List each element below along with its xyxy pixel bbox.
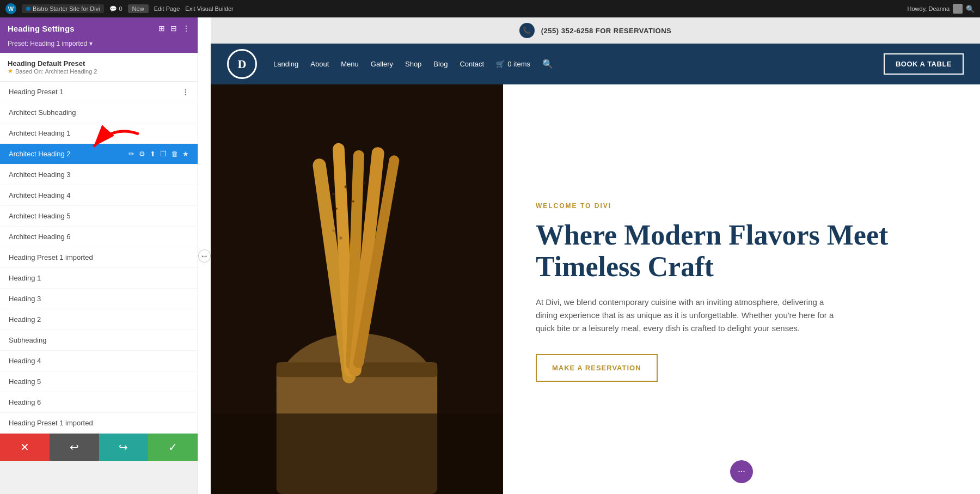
cancel-icon: ✕ [20,441,29,454]
panel-more-icon[interactable]: ⋮ [182,24,190,33]
hero-dots-button[interactable]: ··· [730,460,753,483]
default-preset-section: Heading Default Preset ★ Based On: Archi… [0,53,198,82]
item-more-icon[interactable]: ⋮ [182,88,189,96]
item-label: Heading 4 [9,357,41,365]
list-item[interactable]: Heading 2 [0,309,198,330]
list-item[interactable]: Architect Heading 1 [0,123,198,144]
cancel-button[interactable]: ✕ [0,434,50,461]
list-item[interactable]: Heading 4 [0,351,198,371]
comments-button[interactable]: 💬 0 [109,5,122,13]
cart-button[interactable]: 🛒 0 items [496,60,530,68]
default-preset-title: Heading Default Preset [8,59,190,68]
default-preset-based-on: ★ Based On: Architect Heading 2 [8,68,190,75]
list-item[interactable]: Heading Preset 1 imported [0,247,198,268]
preset-list: Heading Preset 1 ⋮ Architect Subheading … [0,82,198,434]
star-icon[interactable]: ★ [182,150,189,158]
item-label: Architect Heading 3 [9,170,70,179]
svg-point-14 [363,182,365,185]
preset-label-text[interactable]: Preset: Heading 1 imported [8,40,87,47]
edit-page-button[interactable]: Edit Page [154,5,180,12]
star-icon: ★ [8,68,13,75]
item-actions: ✏ ⚙ ⬆ ❐ 🗑 ★ [128,150,189,158]
list-item[interactable]: Heading 1 [0,268,198,289]
redo-button[interactable]: ↪ [99,434,149,461]
hero-image [211,84,503,494]
new-button[interactable]: New [128,4,149,13]
hero-content: WELCOME TO DIVI Where Modern Flavors Mee… [503,84,980,494]
copy-icon[interactable]: ❐ [160,150,167,158]
hero-heading: Where Modern Flavors Meet Timeless Craft [536,219,953,282]
site-navbar: D Landing About Menu Gallery Shop Blog C… [211,44,980,84]
nav-contact[interactable]: Contact [460,60,484,68]
panel-title: Heading Settings [8,24,75,33]
svg-point-16 [339,236,342,239]
nav-about[interactable]: About [310,60,329,68]
howdy-label: Howdy, Deanna [908,5,950,12]
phone-number: (255) 352-6258 FOR RESERVATIONS [541,27,671,35]
main-area: Heading Settings ⊞ ⊟ ⋮ Preset: Heading 1… [0,17,980,494]
svg-point-15 [332,230,334,232]
item-label: Heading Preset 1 imported [9,253,93,261]
wp-logo-icon[interactable]: W [5,3,16,14]
architect-heading-2-item[interactable]: Architect Heading 2 ✏ ⚙ ⬆ ❐ 🗑 ★ [0,144,198,164]
list-item[interactable]: Subheading [0,330,198,351]
nav-landing[interactable]: Landing [273,60,298,68]
delete-icon[interactable]: 🗑 [171,150,178,158]
resize-handle[interactable]: ↔ [198,17,211,494]
upload-icon[interactable]: ⬆ [150,150,156,158]
list-item[interactable]: Heading Preset 1 ⋮ [0,82,198,102]
svg-point-12 [345,185,347,188]
preset-dropdown-arrow-icon[interactable]: ▾ [89,40,93,47]
dots-icon: ··· [738,466,745,478]
nav-blog[interactable]: Blog [433,60,448,68]
list-item[interactable]: Heading 3 [0,289,198,309]
list-item[interactable]: Architect Heading 6 [0,227,198,247]
svg-point-11 [335,208,338,210]
comment-icon: 💬 [109,5,117,13]
list-item[interactable]: Architect Subheading [0,102,198,123]
book-table-button[interactable]: BOOK A TABLE [884,53,964,75]
item-label: Architect Subheading [9,108,76,117]
bottom-toolbar: ✕ ↩ ↪ ✓ [0,434,198,461]
site-logo[interactable]: D [227,49,257,79]
item-label: Heading Preset 1 [9,88,63,96]
site-link[interactable]: Bistro Starter Site for Divi [22,4,104,13]
make-reservation-button[interactable]: MAKE A RESERVATION [536,354,658,382]
hero-section: WELCOME TO DIVI Where Modern Flavors Mee… [211,84,980,494]
list-item[interactable]: Architect Heading 5 [0,206,198,227]
item-label: Heading 1 [9,274,41,282]
based-on-label: Based On: Architect Heading 2 [15,68,97,75]
undo-button[interactable]: ↩ [50,434,99,461]
list-item[interactable]: Heading Preset 1 imported [0,413,198,434]
item-label: Architect Heading 5 [9,212,70,220]
list-item[interactable]: Heading 6 [0,392,198,413]
resize-icon: ↔ [198,249,211,263]
list-item[interactable]: Architect Heading 3 [0,164,198,185]
item-label: Heading 6 [9,398,41,406]
hero-image-placeholder [211,84,503,494]
search-icon[interactable]: 🔍 [542,59,553,69]
admin-search-icon[interactable]: 🔍 [966,5,975,13]
save-button[interactable]: ✓ [148,434,198,461]
logo-letter: D [238,57,247,71]
user-avatar [953,4,963,14]
panel-header: Heading Settings ⊞ ⊟ ⋮ [0,17,198,40]
list-item[interactable]: Heading 5 [0,371,198,392]
save-icon: ✓ [168,441,177,454]
item-label: Architect Heading 2 [9,150,70,158]
panel-columns-icon[interactable]: ⊟ [170,24,177,33]
item-label: Heading 3 [9,295,41,303]
cart-icon: 🛒 [496,60,505,68]
site-preview: 📞 (255) 352-6258 FOR RESERVATIONS D Land… [211,17,980,494]
cart-count: 0 items [507,60,530,68]
exit-visual-builder-button[interactable]: Exit Visual Builder [185,5,233,12]
nav-menu[interactable]: Menu [341,60,359,68]
nav-shop[interactable]: Shop [405,60,421,68]
edit-icon[interactable]: ✏ [128,150,134,158]
nav-gallery[interactable]: Gallery [371,60,393,68]
settings-icon[interactable]: ⚙ [139,150,145,158]
list-item[interactable]: Architect Heading 4 [0,185,198,206]
panel-header-icons: ⊞ ⊟ ⋮ [158,24,190,33]
user-menu[interactable]: Howdy, Deanna 🔍 [908,4,975,14]
panel-expand-icon[interactable]: ⊞ [158,24,165,33]
